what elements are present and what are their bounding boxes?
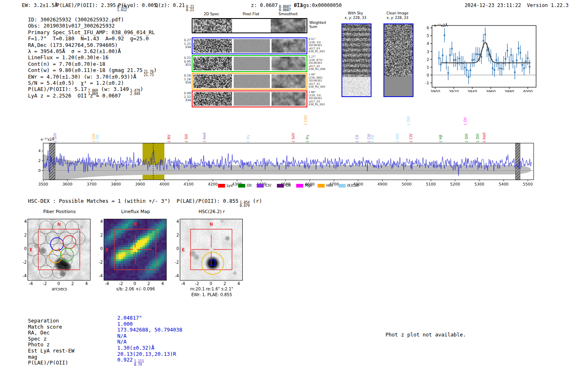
legend-label: HeII (326, 183, 333, 188)
hsc-r-band-image (180, 219, 243, 281)
legend-label: CIII (286, 183, 291, 188)
axis-tick-label: -2 (193, 281, 202, 286)
stacked-fraction: 1.1110.74 (134, 360, 144, 366)
fraction-lower: 0.679 (240, 204, 250, 208)
match-row-value: 173.942688, 50.794038 (117, 327, 182, 333)
row-left-value: 353 (181, 63, 191, 67)
text-segment: F=1.7" T=0.180 N=1.43 A=0.92 g=25.0 (28, 35, 149, 42)
header-item: Flags:0x00000050 (294, 2, 342, 8)
fraction-lower: 0.0607 (279, 9, 291, 12)
header-item: P(LAE)/P(OII): 2.3956.3761.612 (56, 2, 127, 12)
lineflux-map-image (104, 219, 167, 281)
info-line: Cont(n) = 7.70(±0.70)e-18 (28, 61, 105, 67)
row-snr-labels: 0.161.16354 (181, 74, 191, 85)
row-left-value: 334 (181, 46, 191, 49)
row-smoothed-image (272, 74, 306, 88)
cutout-row (192, 37, 307, 54)
axis-tick-label: -4 (26, 281, 35, 286)
legend-label: (K)CaII (347, 183, 359, 188)
axis-tick-label: 2 (19, 233, 27, 237)
row-pixel-flat-image (234, 92, 270, 106)
row-right-value: 038_RL_003 (309, 50, 325, 53)
match-row-label: Est LyA rest-EW (28, 348, 74, 354)
fiber-positions-image (28, 219, 91, 281)
lineflux-map-panel: Lineflux Map420-2-4-4-2024s/b: 2.06 +/- … (100, 209, 172, 297)
row-snr-labels: 0.092.22334 (181, 92, 191, 102)
column-header-2d-spec: 2D Spec (199, 12, 224, 16)
lineflux-map-caption: s/b: 2.06 +/- 0.096 (100, 287, 172, 291)
clean-image-title: Clean Image (383, 11, 412, 15)
column-header-pixel-flat: Pixel Flat (237, 12, 265, 16)
axis-tick-label: 4 (82, 281, 91, 286)
match-row-label: RA, Dec (28, 329, 50, 336)
axis-tick-label: 2 (144, 281, 153, 286)
axis-tick-label: 0 (207, 281, 216, 286)
fraction-lower: 21.73 (144, 74, 153, 77)
row-left-value: 354 (181, 81, 191, 85)
axis-tick-label: 2 (95, 233, 103, 237)
row-2d-spec-image (193, 74, 232, 88)
axis-tick-label: -2 (19, 260, 27, 264)
axis-tick-label: 2 (172, 233, 179, 237)
header-item: Q(z): 0.210.210.21 (155, 2, 194, 12)
axis-tick-label: -2 (40, 281, 49, 286)
with-sky-coords: x, y: 228, 33 (341, 16, 370, 20)
legend-swatch (238, 184, 245, 188)
photz-note: Phot z plot not available. (386, 332, 466, 338)
line-family-legend: LyαOIICIVCIIIMgIIHeII(K)CaII (43, 183, 534, 188)
legend-item: MgII (296, 183, 312, 188)
match-row-label: P(LAE)/P(OII) (28, 360, 68, 366)
row-left-value: 334 (181, 99, 191, 102)
text-segment: N/A (117, 339, 127, 345)
text-segment: (r) (250, 198, 262, 204)
clean-image (383, 23, 413, 97)
match-row-value: 1.30(±0.32)Å (117, 345, 154, 351)
axis-tick-label: -4 (179, 281, 188, 286)
legend-item: CIII (277, 183, 291, 188)
stacked-fraction: 0.06070.0607 (279, 5, 291, 12)
cutout-row (192, 73, 307, 90)
info-line: ID: 3002625932 (3002625932.pdf) (28, 16, 124, 23)
row-right-value: 038_RL_003 (309, 103, 325, 107)
legend-swatch (296, 184, 303, 188)
axis-tick-label: 2 (68, 281, 77, 286)
axis-tick-label: -2 (172, 260, 179, 264)
clean-image-coords: x, y: 228, 33 (383, 16, 412, 20)
info-line: F=1.7" T=0.180 N=1.43 A=0.92 g=25.0 (28, 35, 149, 42)
column-header-smoothed: Smoothed (276, 12, 300, 16)
axis-tick-label: 0 (19, 246, 27, 251)
text-segment: EW: 3.2±1.5Å (22, 2, 58, 8)
row-smoothed-image (272, 39, 306, 53)
info-line: S/N = 5.4(±0.5) χ² = 1.2(±0.2) (28, 80, 124, 86)
text-segment: (w: 3.149 (98, 86, 129, 92)
axis-tick-label: 4 (19, 219, 27, 224)
text-segment: Flags:0x00000050 (294, 2, 342, 8)
emission-line-label: { CIII] (304, 115, 308, 125)
hsc-r-band-title: HSC(26.2) r (176, 209, 248, 214)
legend-label: OII (247, 183, 252, 188)
legend-label: CIV (265, 183, 271, 188)
text-segment: ID: 3002625932 (3002625932.pdf) (28, 16, 124, 23)
info-line: EWr = 4.70(±1.30) (w: 3.70(±0.93))Å (28, 74, 136, 80)
hsc-dex-match-summary: HSC-DEX : Possible Matches = 1 (within +… (28, 198, 262, 207)
text-segment: P(LAE)/P(OII): 5.17 (28, 86, 87, 92)
text-segment: Cont(n) = 7.70(±0.70)e-18 (28, 61, 105, 67)
info-line: λ = 3954.05Å σ = 3.62(±1.00)Å (28, 48, 121, 54)
legend-swatch (218, 184, 225, 188)
text-segment: 0.922 (117, 357, 133, 363)
row-2d-spec-image (193, 57, 232, 70)
match-row-value: N/A (117, 333, 127, 339)
legend-swatch (277, 184, 284, 188)
hsc-r-band-caption-2: EWr: 1. PLAE: 0.855 (176, 292, 248, 297)
fraction-lower: 2.949 (130, 93, 140, 96)
info-line: Obs: 20190301v017_3002625932 (28, 23, 115, 29)
text-segment: Obs: 20190301v017_3002625932 (28, 23, 115, 29)
text-segment: EWr = 4.70(±1.30) (w: 3.70(±0.93))Å (28, 74, 136, 80)
legend-item: OII (238, 183, 252, 188)
row-right-value: 038_RU_095 (309, 86, 325, 89)
row-fiber-id-labels: 1.27"(228, 873)20190301v017_02038_RU_096 (309, 56, 325, 71)
timestamp-version: 2024-12-23 23:11:22 Version 1.22.3 (465, 2, 569, 8)
axis-tick-label: 0 (54, 281, 63, 286)
weighted-sum-row (192, 18, 307, 33)
match-row-label: mag (28, 354, 37, 360)
